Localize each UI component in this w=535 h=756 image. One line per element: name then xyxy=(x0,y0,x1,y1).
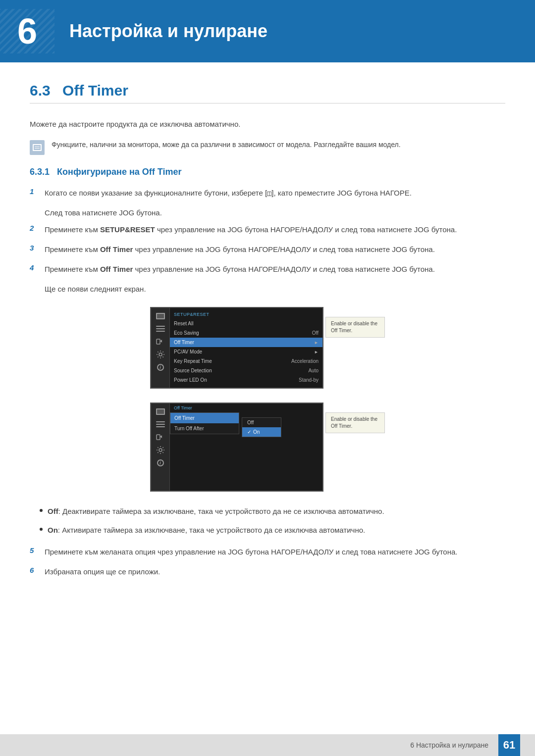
note-box: Функциите, налични за монитора, може да … xyxy=(30,139,505,155)
options-panel: Off ✓ On xyxy=(242,417,281,437)
bullet-item-off: Off: Деактивирате таймера за изключване,… xyxy=(40,505,505,517)
step-1-text: Когато се появи указание за функционални… xyxy=(45,187,412,199)
monitor-icon-2 xyxy=(156,408,165,415)
tooltip-1: Enable or disable the Off Timer. xyxy=(325,317,385,338)
monitor-sidebar-1: i xyxy=(151,308,170,388)
menu-item-pcav: PC/AV Mode ► xyxy=(170,347,322,356)
submenu-header: Off Timer xyxy=(170,403,322,411)
sidebar-icon-gear-2 xyxy=(155,446,166,454)
info-icon-2: i xyxy=(157,459,164,466)
screenshot-2-wrapper: i Off Timer Off Timer Turn Off After Off xyxy=(150,403,385,492)
svg-point-5 xyxy=(159,449,162,452)
menu-item-eco: Eco Saving Off xyxy=(170,328,322,338)
tooltip-2: Enable or disable the Off Timer. xyxy=(325,412,385,433)
svg-rect-3 xyxy=(157,435,160,440)
intro-text: Можете да настроите продукта да се изклю… xyxy=(30,118,505,130)
monitor-ui-2: i Off Timer Off Timer Turn Off After Off xyxy=(150,403,323,492)
step-4-text: Преминете към Off Timer чрез управление … xyxy=(45,263,435,275)
note-icon xyxy=(30,140,45,155)
step-1: 1 Когато се появи указание за функционал… xyxy=(30,187,505,199)
option-off: Off xyxy=(242,418,281,427)
submenu-panel: Off Timer Turn Off After xyxy=(170,412,239,434)
page-footer: 6 Настройка и нулиране 61 xyxy=(0,734,535,756)
step-2: 2 Преминете към SETUP&RESET чрез управле… xyxy=(30,224,505,236)
step-3-num: 3 xyxy=(30,244,40,252)
step-5-text: Преминете към желаната опция чрез управл… xyxy=(45,546,458,558)
option-on: ✓ On xyxy=(242,427,281,437)
sidebar-icon-lines-2 xyxy=(155,420,166,428)
step-2-text: Преминете към SETUP&RESET чрез управлени… xyxy=(45,224,457,236)
bullet-text-off: Off: Деактивирате таймера за изключване,… xyxy=(48,505,384,517)
note-text: Функциите, налични за монитора, може да … xyxy=(52,139,401,150)
bullet-dot-2 xyxy=(40,528,43,531)
sidebar-icon-info-2: i xyxy=(155,459,166,467)
arrows-icon xyxy=(156,337,165,346)
sidebar-icon-monitor xyxy=(155,312,166,320)
menu-item-source: Source Detection Auto xyxy=(170,366,322,375)
step-1-sub: След това натиснете JOG бутона. xyxy=(45,207,505,219)
menu-item-keyrepeat: Key Repeat Time Acceleration xyxy=(170,356,322,366)
screenshot-1-wrapper: i SETUP&RESET Reset All Eco Saving Off O… xyxy=(150,307,385,389)
sidebar-icon-arrows-2 xyxy=(155,433,166,441)
screenshot-1-area: i SETUP&RESET Reset All Eco Saving Off O… xyxy=(30,307,505,389)
lines-icon xyxy=(156,326,165,332)
monitor-sidebar-2: i xyxy=(151,403,170,491)
section-title: Off Timer xyxy=(62,82,128,99)
step-3: 3 Преминете към Off Timer чрез управлени… xyxy=(30,244,505,255)
step-4: 4 Преминете към Off Timer чрез управлени… xyxy=(30,263,505,275)
gear-icon xyxy=(156,350,165,359)
subsection-number: 6.3.1 xyxy=(30,167,50,177)
bullet-dot-1 xyxy=(40,509,43,512)
step-6-num: 6 xyxy=(30,566,40,574)
bullet-text-on: On: Активирате таймера за изключване, та… xyxy=(48,524,365,536)
step-2-num: 2 xyxy=(30,224,40,232)
section-heading: 6.3 Off Timer xyxy=(30,82,505,103)
arrow-icon: ► xyxy=(314,340,319,345)
bullet-item-on: On: Активирате таймера за изключване, та… xyxy=(40,524,505,536)
footer-text: 6 Настройка и нулиране xyxy=(410,741,488,749)
step-4-sub: Ще се появи следният екран. xyxy=(45,283,505,295)
section-number: 6.3 xyxy=(30,82,51,99)
sidebar-icon-lines xyxy=(155,325,166,333)
monitor-ui-1: i SETUP&RESET Reset All Eco Saving Off O… xyxy=(150,307,323,389)
monitor-content-2: Off Timer Off Timer Turn Off After Off ✓… xyxy=(170,403,322,491)
submenu-item-offtimer: Off Timer xyxy=(170,413,239,423)
chapter-number-block: 6 xyxy=(0,9,54,53)
chapter-title: Настройка и нулиране xyxy=(69,21,268,42)
step-5-num: 5 xyxy=(30,546,40,554)
chapter-number: 6 xyxy=(17,13,37,49)
sidebar-icon-gear xyxy=(155,351,166,358)
screenshot-2-area: i Off Timer Off Timer Turn Off After Off xyxy=(30,403,505,492)
step-6: 6 Избраната опция ще се приложи. xyxy=(30,566,505,578)
menu-item-reset: Reset All xyxy=(170,319,322,328)
note-icon-inner xyxy=(33,144,42,151)
monitor-content-1: SETUP&RESET Reset All Eco Saving Off Off… xyxy=(170,308,322,388)
sidebar-icon-monitor-2 xyxy=(155,407,166,415)
step-6-text: Избраната опция ще се приложи. xyxy=(45,566,160,578)
step-4-num: 4 xyxy=(30,263,40,272)
menu-title-1: SETUP&RESET xyxy=(170,311,322,319)
menu-item-powerled: Power LED On Stand-by xyxy=(170,375,322,385)
svg-point-2 xyxy=(159,353,162,356)
sidebar-icon-info: i xyxy=(155,363,166,371)
monitor-icon xyxy=(156,313,165,319)
arrows-icon-2 xyxy=(156,433,165,442)
lines-icon-2 xyxy=(156,421,165,427)
page-header: 6 Настройка и нулиране xyxy=(0,0,535,62)
bullet-list: Off: Деактивирате таймера за изключване,… xyxy=(40,505,505,536)
page-number: 61 xyxy=(498,734,520,756)
info-icon: i xyxy=(157,364,164,371)
step-1-num: 1 xyxy=(30,187,40,196)
subsection-heading: 6.3.1 Конфигуриране на Off Timer xyxy=(30,167,505,177)
main-content: 6.3 Off Timer Можете да настроите продук… xyxy=(0,62,535,625)
arrow-icon-2: ► xyxy=(314,350,319,354)
sidebar-icon-arrows xyxy=(155,338,166,346)
gear-icon-2 xyxy=(156,446,165,454)
submenu-item-turnoff: Turn Off After xyxy=(170,423,239,434)
step-5: 5 Преминете към желаната опция чрез упра… xyxy=(30,546,505,558)
menu-item-offtimer: Off Timer ► xyxy=(170,338,322,347)
subsection-title: Конфигуриране на Off Timer xyxy=(57,167,181,177)
svg-rect-0 xyxy=(157,339,160,344)
step-3-text: Преминете към Off Timer чрез управление … xyxy=(45,244,435,255)
check-icon: ✓ xyxy=(247,429,251,435)
